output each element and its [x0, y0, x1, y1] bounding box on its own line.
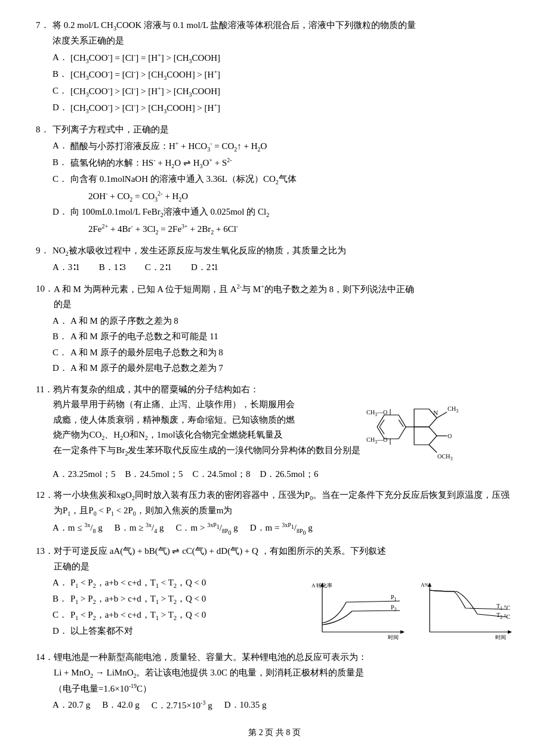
q9-text: NO2被水吸收过程中，发生还原反应与发生氧化反应的物质，其质量之比为: [53, 243, 513, 259]
q11-optC: C．24.5mol；8: [193, 467, 251, 482]
q9-num: 9．: [36, 243, 53, 259]
q13-optB: B． P1 > P2，a+b > c+d，T1 > T2，Q < 0: [53, 591, 310, 607]
svg-text:T2 °C: T2 °C: [496, 612, 511, 620]
q12-num: 12．: [36, 488, 54, 503]
svg-line-12: [437, 412, 447, 418]
q12-optA: A．m ≤ 3x/8 g: [53, 520, 103, 536]
q9-options: A．3∶1 B．1∶3 C．2∶1 D．2∶1: [53, 260, 513, 275]
q13-optC: C． P1 < P2，a+b < c+d，T1 > T2，Q < 0: [53, 608, 310, 623]
svg-line-16: [429, 445, 437, 453]
q11-optA: A．23.25mol；5: [53, 467, 115, 482]
q10-optD: D． A 和 M 原子的最外层电子总数之差为 7: [53, 361, 513, 376]
chart-right: A% 时间 T1 °C T2 °C: [418, 578, 513, 644]
q10-num: 10．: [36, 281, 54, 297]
q8-num: 8．: [36, 122, 53, 138]
q11-num: 11．: [36, 382, 53, 398]
question-12: 12． 将一小块焦炭和xgO2同时放入装有压力表的密闭容器中，压强为P0。当在一…: [36, 488, 513, 538]
svg-text:OCH3: OCH3: [437, 453, 452, 461]
q8-optB: B． 硫氢化钠的水解：HS- + H2O ⇌ H3O+ + S2-: [53, 155, 513, 171]
q12-optB: B．m ≥ 3x/4 g: [115, 520, 164, 536]
q7-text: 将 0.2 mol/L CH3COOK 溶液与 0.1 mol/L 盐酸溶液等体…: [53, 18, 513, 49]
q14-optB: B．42.0 g: [102, 698, 140, 714]
svg-text:P2: P2: [391, 604, 397, 612]
q8-optA: A． 醋酸与小苏打溶液反应：H+ + HCO3- = CO2↑ + H2O: [53, 138, 513, 154]
q8-optD: D． 向 100mL0.1mol/L FeBr2溶液中通入 0.025mol 的…: [53, 205, 513, 220]
svg-text:A 转化率: A 转化率: [311, 583, 332, 588]
q12-optD: D．m = 3xP1/8P0 g: [250, 520, 313, 538]
svg-text:O: O: [448, 433, 452, 439]
q8-formulaC: 2OH- + CO2 = CO32- + H2O: [88, 188, 513, 205]
svg-marker-29: [508, 630, 512, 634]
svg-marker-11: [414, 427, 437, 445]
q8-optC: C． 向含有 0.1molNaOH 的溶液中通入 3.36L（标况）CO2气体: [53, 172, 513, 187]
question-9: 9． NO2被水吸收过程中，发生还原反应与发生氧化反应的物质，其质量之比为 A．…: [36, 243, 513, 275]
svg-text:CH3: CH3: [448, 405, 458, 414]
svg-text:时间: 时间: [388, 634, 399, 640]
q14-optC: C．2.715×10-3 g: [152, 698, 212, 714]
q11-optB: B．24.5mol；5: [125, 467, 183, 482]
q14-optA: A．20.7 g: [53, 698, 90, 714]
q9-optC: C．2∶1: [145, 260, 172, 275]
q8-text: 下列离子方程式中，正确的是: [53, 122, 513, 138]
q9-optD: D．2∶1: [191, 260, 218, 275]
q7-optB: B． [CH3COO-] = [Cl-] > [CH3COOH] > [H+]: [53, 67, 513, 83]
q14-num: 14．: [36, 650, 54, 665]
q8-formulaD: 2Fe2+ + 4Br- + 3Cl2 = 2Fe3+ + 2Br2 + 6Cl…: [88, 221, 513, 237]
q13-optA: A． P1 < P2，a+b < c+d，T1 < T2，Q < 0: [53, 575, 310, 591]
q11-options: A．23.25mol；5 B．24.5mol；5 C．24.5mol；8 D．2…: [53, 467, 513, 482]
q14-text: 锂电池是一种新型高能电池，质量轻、容量大。某种锂电池的总反应可表示为： Li +…: [54, 650, 513, 696]
svg-text:CH3—O: CH3—O: [366, 436, 387, 445]
svg-text:时间: 时间: [495, 634, 506, 640]
svg-marker-21: [400, 630, 405, 634]
q8-options: A． 醋酸与小苏打溶液反应：H+ + HCO3- = CO2↑ + H2O B．…: [53, 138, 513, 237]
q10-optC: C． A 和 M 原子的最外层电子总数之和为 8: [53, 345, 513, 361]
q11-text: 鸦片有复杂的组成，其中的罂粟碱的分子结构如右： 鸦片最早用于药物（有止痛、止泻、…: [53, 382, 360, 459]
q14-options: A．20.7 g B．42.0 g C．2.715×10-3 g D．10.35…: [53, 698, 513, 714]
svg-text:N: N: [433, 409, 438, 416]
q10-options: A． A 和 M 的原子序数之差为 8 B． A 和 M 原子的电子总数之和可能…: [53, 314, 513, 376]
papaverine-structure: CH3—O CH3—O N CH3: [366, 382, 471, 466]
question-10: 10． A 和 M 为两种元素，已知 A 位于短周期，且 A2-与 M+的电子数…: [36, 281, 513, 376]
q10-text: A 和 M 为两种元素，已知 A 位于短周期，且 A2-与 M+的电子数之差为 …: [54, 281, 513, 312]
question-8: 8． 下列离子方程式中，正确的是 A． 醋酸与小苏打溶液反应：H+ + HCO3…: [36, 122, 513, 238]
q13-optD: D． 以上答案都不对: [53, 624, 310, 639]
q12-optC: C．m > 3xP1/8P0 g: [175, 520, 238, 538]
q12-text: 将一小块焦炭和xgO2同时放入装有压力表的密闭容器中，压强为P0。当在一定条件下…: [54, 488, 513, 519]
q13-num: 13．: [36, 544, 54, 559]
q11-optD: D．26.5mol；6: [260, 467, 319, 482]
question-7: 7． 将 0.2 mol/L CH3COOK 溶液与 0.1 mol/L 盐酸溶…: [36, 18, 513, 116]
page-footer: 第 2 页 共 8 页: [36, 726, 513, 740]
svg-text:T1 °C: T1 °C: [496, 603, 511, 611]
q10-optA: A． A 和 M 的原子序数之差为 8: [53, 314, 513, 329]
question-14: 14． 锂电池是一种新型高能电池，质量轻、容量大。某种锂电池的总反应可表示为： …: [36, 650, 513, 714]
q13-options: A． P1 < P2，a+b < c+d，T1 < T2，Q < 0 B． P1…: [53, 575, 310, 640]
svg-line-1: [380, 420, 384, 427]
q13-text: 对于可逆反应 aA(气) + bB(气) ⇌ cC(气) + dD(气) + Q…: [54, 544, 513, 574]
q9-optA: A．3∶1: [53, 260, 80, 275]
q7-optC: C． [CH3COO-] > [Cl-] > [H+] > [CH3COOH]: [53, 83, 513, 100]
q9-optB: B．1∶3: [99, 260, 126, 275]
svg-line-2: [380, 427, 384, 434]
q7-options: A． [CH3COO-] = [Cl-] = [H+] > [CH3COOH] …: [53, 50, 513, 116]
q10-optB: B． A 和 M 原子的电子总数之和可能是 11: [53, 329, 513, 345]
q14-optD: D．10.35 g: [224, 698, 267, 714]
question-11: 11． 鸦片有复杂的组成，其中的罂粟碱的分子结构如右： 鸦片最早用于药物（有止痛…: [36, 382, 513, 482]
q12-options: A．m ≤ 3x/8 g B．m ≥ 3x/4 g C．m > 3xP1/8P0…: [53, 520, 513, 538]
question-13: 13． 对于可逆反应 aA(气) + bB(气) ⇌ cC(气) + dD(气)…: [36, 544, 513, 644]
q7-optD: D． [CH3COO-] > [Cl-] > [CH3COOH] > [H+]: [53, 100, 513, 116]
svg-marker-0: [377, 415, 406, 439]
svg-text:A%: A%: [421, 582, 429, 588]
q7-num: 7．: [36, 18, 53, 33]
svg-text:CH3—O: CH3—O: [366, 409, 387, 417]
q7-optA: A． [CH3COO-] = [Cl-] = [H+] > [CH3COOH]: [53, 50, 513, 66]
chart-left: A 转化率 时间 P1 P2: [310, 578, 406, 644]
svg-line-3: [399, 420, 403, 427]
